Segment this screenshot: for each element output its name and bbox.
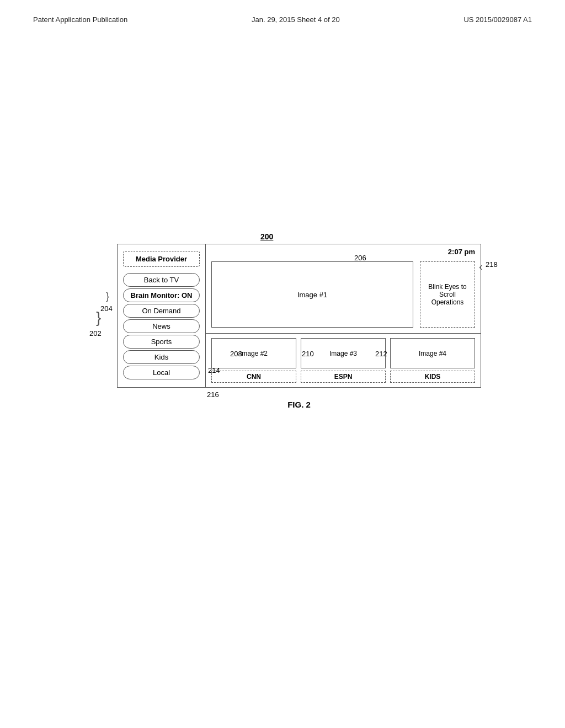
label-214: 214: [208, 366, 220, 374]
small-label-box: ESPN: [301, 371, 386, 383]
sidebar-item: Local: [123, 366, 200, 379]
small-image-col: Image #3ESPN: [301, 338, 386, 383]
sidebar-item: News: [123, 319, 200, 333]
time-display: 2:07 pm: [448, 248, 475, 256]
sidebar-item: On Demand: [123, 304, 200, 318]
sidebar-item: Kids: [123, 350, 200, 364]
sidebar-item: Brain Monitor: ON: [123, 288, 200, 302]
top-row: Image #1 Blink Eyes to Scroll Operations: [206, 256, 481, 334]
sidebar-title: Media Provider: [123, 251, 200, 267]
small-image-box: Image #2: [211, 338, 296, 368]
sidebar: Media Provider Back to TVBrain Monitor: …: [118, 244, 206, 387]
main-content: 200 Media Provider Back to TVBrain Monit…: [0, 232, 565, 409]
label-212: 212: [375, 350, 387, 358]
large-image-box: Image #1: [211, 261, 413, 328]
small-label-box: KIDS: [390, 371, 475, 383]
blink-box: Blink Eyes to Scroll Operations: [420, 261, 475, 328]
label-218: 218: [486, 260, 498, 269]
small-image-col: Image #4KIDS: [390, 338, 475, 383]
label-216: 216: [207, 390, 219, 399]
small-image-box: Image #4: [390, 338, 475, 368]
diagram-outer: Media Provider Back to TVBrain Monitor: …: [117, 244, 481, 388]
small-label-box: CNN: [211, 371, 296, 383]
small-image-col: Image #2CNN: [211, 338, 296, 383]
patent-header: Patent Application Publication Jan. 29, …: [0, 0, 565, 24]
label-206: 206: [354, 254, 366, 262]
header-center: Jan. 29, 2015 Sheet 4 of 20: [252, 15, 340, 24]
time-header: 2:07 pm: [206, 244, 481, 256]
diagram-inner: Media Provider Back to TVBrain Monitor: …: [118, 244, 481, 387]
header-left: Patent Application Publication: [33, 15, 127, 24]
label-204: 204: [100, 304, 113, 313]
label-202: 202: [89, 329, 102, 338]
label-208: 208: [230, 350, 242, 358]
sidebar-item: Sports: [123, 335, 200, 349]
sidebar-item: Back to TV: [123, 273, 200, 287]
label-210: 210: [302, 350, 314, 358]
diagram-label-200: 200: [260, 232, 273, 241]
header-right: US 2015/0029087 A1: [463, 15, 532, 24]
right-content: 2:07 pm Image #1 Blink Eyes to Scroll Op…: [206, 244, 481, 387]
figure-caption: FIG. 2: [287, 400, 311, 409]
bottom-row: Image #2CNNImage #3ESPNImage #4KIDS: [206, 334, 481, 387]
